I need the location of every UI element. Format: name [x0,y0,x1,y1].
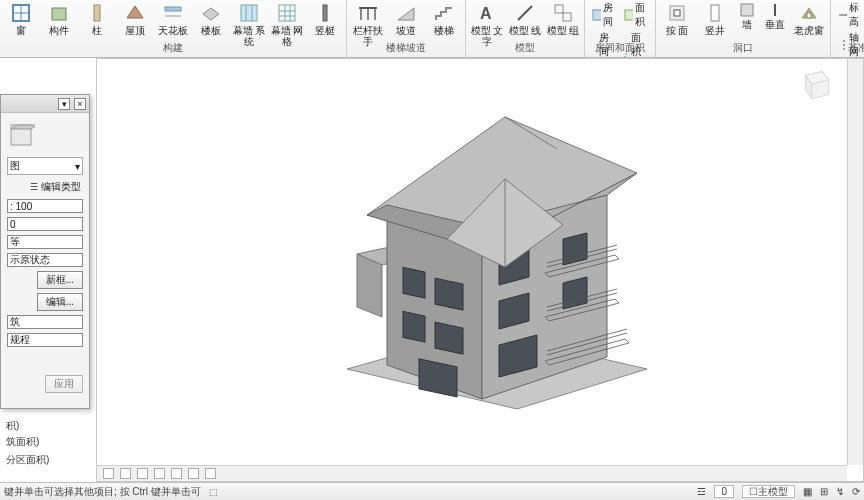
group-opening-title: 洞口 [733,41,753,57]
apply-button[interactable]: 应用 [45,375,83,393]
scale-field[interactable]: : 100 [7,199,83,213]
svg-rect-29 [625,10,633,20]
svg-rect-26 [593,10,601,20]
level-button[interactable]: 标高 [835,0,864,30]
status-tool-1[interactable]: ▦ [803,486,812,497]
text-icon: A [476,2,498,24]
edit-type-button[interactable]: ☰ 编辑类型 [7,179,83,195]
floor-button[interactable]: 楼板 [194,2,228,36]
vertical-scrollbar[interactable] [847,59,863,465]
svg-marker-49 [357,254,382,317]
railing-button[interactable]: 栏杆扶手 [351,2,385,47]
ceiling-button[interactable]: 天花板 [156,2,190,36]
room-icon [591,8,601,22]
railing-icon [357,2,379,24]
wall-opening-button[interactable]: 墙 [736,2,758,30]
roof-button[interactable]: 屋顶 [118,2,152,36]
view-control-bar [97,465,847,481]
detail-field[interactable]: 等 [7,235,83,249]
svg-rect-34 [711,5,719,21]
status-tool-4[interactable]: ⟳ [852,486,860,497]
model-mode-dropdown[interactable]: ☐ 主模型 [742,485,795,498]
dormer-label: 老虎窗 [794,25,824,36]
component-button[interactable]: 构件 [42,2,76,36]
arch-field[interactable]: 筑 [7,315,83,329]
group-icon [552,2,574,24]
grid-icon [837,38,847,52]
original-field[interactable]: 示原状态 [7,253,83,267]
ribbon: 窗 构件 柱 屋顶 天花板 楼板 幕墙 系统 幕墙 网格 竖梃 构建 栏杆扶手 … [0,0,864,58]
column-button[interactable]: 柱 [80,2,114,36]
room-button[interactable]: 房间 [589,0,619,30]
area-icon [623,8,633,22]
zoom-value[interactable]: 0 [714,485,734,498]
svg-marker-21 [398,8,414,20]
sunpath-control[interactable] [154,468,165,479]
rule-field[interactable]: 规程 [7,333,83,347]
svg-rect-4 [94,5,100,21]
panel-header: ▾ × [1,95,89,113]
modeltext-button[interactable]: A模型 文字 [470,2,504,47]
scale-value: : 100 [10,201,32,212]
component-label: 构件 [49,25,69,36]
component-icon [48,2,70,24]
ceiling-label: 天花板 [158,25,188,36]
vertical-button[interactable]: 垂直 [762,2,788,30]
status-tool-2[interactable]: ⊞ [820,486,828,497]
status-text: 键并单击可选择其他项目; 按 Ctrl 键并单击可 [4,485,201,499]
window-button[interactable]: 窗 [4,2,38,36]
visual-style-control[interactable] [137,468,148,479]
view3d-icon [7,121,35,149]
svg-rect-54 [403,311,425,342]
more-control[interactable] [205,468,216,479]
byface-button[interactable]: 按 面 [660,2,694,36]
vertical-label: 垂直 [765,19,785,30]
modelline-button[interactable]: 模型 线 [508,2,542,36]
viewcube-icon[interactable] [795,63,837,105]
list-item[interactable]: 积) [0,418,84,434]
list-item[interactable]: 筑面积) [0,434,84,450]
mullion-button[interactable]: 竖梃 [308,2,342,36]
wall-opening-label: 墙 [742,19,752,30]
ribbon-group-stairs: 栏杆扶手 坡道 楼梯 楼梯坡道 [347,0,466,57]
ribbon-group-room: 房间 房间 分隔 标记 房间 面积 面积 边界 标记 面积 房间和面积 [585,0,656,57]
svg-rect-24 [555,5,563,13]
area-button[interactable]: 面积 [621,0,651,30]
building-model [307,79,707,419]
curtain-system-button[interactable]: 幕墙 系统 [232,2,266,47]
close-button[interactable]: × [74,98,86,110]
stair-button[interactable]: 楼梯 [427,2,461,36]
svg-rect-25 [563,13,571,21]
byface-label: 按 面 [666,25,689,36]
line-icon [514,2,536,24]
shaft-icon [704,2,726,24]
face-icon [666,2,688,24]
shaft-button[interactable]: 竖井 [698,2,732,36]
list-item[interactable]: 分区面积) [0,452,84,468]
scale-control[interactable] [103,468,114,479]
ramp-button[interactable]: 坡道 [389,2,423,36]
filter-icon[interactable]: ☲ [697,486,706,497]
modelgroup-button[interactable]: 模型 组 [546,2,580,36]
area-label: 面积 [635,1,649,29]
svg-rect-11 [279,5,295,21]
svg-rect-33 [674,10,680,16]
curtain-grid-button[interactable]: 幕墙 网格 [270,2,304,47]
detail-control[interactable] [120,468,131,479]
newframe-button[interactable]: 新框... [37,271,83,289]
floor-label: 楼板 [201,25,221,36]
dormer-button[interactable]: 老虎窗 [792,2,826,36]
status-tool-3[interactable]: ↯ [836,486,844,497]
level-icon [837,8,847,22]
pin-button[interactable]: ▾ [58,98,70,110]
shadows-control[interactable] [171,468,182,479]
type-dropdown[interactable]: 图 ▾ [7,157,83,175]
crop-control[interactable] [188,468,199,479]
viewport-3d[interactable] [96,58,864,482]
svg-rect-55 [435,322,463,354]
group-datum-title: 基准 [848,41,864,57]
value-field-0[interactable]: 0 [7,217,83,231]
edit-button[interactable]: 编辑... [37,293,83,311]
group-room-title: 房间和面积 [595,41,645,57]
shaft-label: 竖井 [705,25,725,36]
